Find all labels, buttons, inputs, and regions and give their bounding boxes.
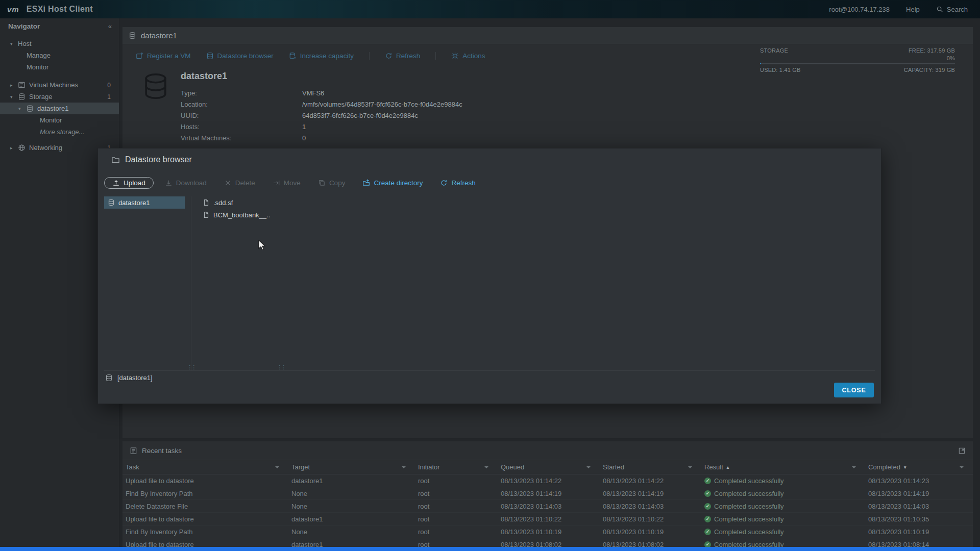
- task-row[interactable]: Upload file to datastore datastore1 root…: [122, 513, 973, 525]
- storage-used: USED: 1.41 GB: [760, 67, 801, 73]
- column-label: Task: [126, 463, 139, 471]
- cell-result: Completed successfully: [701, 528, 865, 536]
- column-divider: [281, 196, 281, 370]
- tasks-icon: [130, 447, 137, 455]
- task-row[interactable]: Upload file to datastore datastore1 root…: [122, 538, 973, 547]
- file-icon: [203, 199, 210, 206]
- filter-caret-icon[interactable]: [960, 466, 964, 468]
- copy-icon: [318, 179, 326, 187]
- column-header-initiator[interactable]: Initiator: [415, 460, 498, 474]
- filter-caret-icon[interactable]: [402, 466, 406, 468]
- move-icon: [273, 179, 280, 187]
- filter-caret-icon[interactable]: [484, 466, 488, 468]
- file-item-label: .sdd.sf: [213, 199, 233, 207]
- chevron-down-icon[interactable]: [18, 106, 26, 111]
- datastore-browser-button[interactable]: Datastore browser: [206, 52, 274, 60]
- register-vm-icon: [136, 52, 143, 60]
- button-label: Datastore browser: [217, 52, 274, 60]
- cell-initiator: root: [415, 541, 498, 547]
- collapse-sidebar-icon[interactable]: [108, 22, 112, 30]
- sidebar-item-host[interactable]: Host: [0, 38, 119, 49]
- refresh-button[interactable]: Refresh: [434, 177, 481, 189]
- filter-caret-icon[interactable]: [852, 466, 856, 468]
- sidebar-item-datastore1[interactable]: datastore1: [0, 103, 119, 114]
- chevron-right-icon[interactable]: [10, 83, 18, 88]
- sidebar-item-label: Networking: [29, 144, 62, 152]
- column-label: Completed: [868, 463, 900, 471]
- success-icon: [704, 516, 711, 522]
- task-row[interactable]: Find By Inventory Path None root 08/13/2…: [122, 487, 973, 500]
- button-label: Increase capacity: [300, 52, 354, 60]
- cell-target: None: [288, 528, 415, 536]
- chevron-down-icon[interactable]: [10, 94, 18, 99]
- result-text: Completed successfully: [714, 528, 784, 536]
- help-link[interactable]: Help: [906, 6, 920, 13]
- cell-task: Delete Datastore File: [122, 503, 288, 510]
- refresh-icon: [440, 179, 448, 187]
- cell-started: 08/13/2023 01:10:19: [600, 528, 701, 536]
- datastore-item-label: datastore1: [118, 199, 150, 207]
- filter-caret-icon[interactable]: [688, 466, 692, 468]
- cell-result: Completed successfully: [701, 541, 865, 547]
- sidebar-item-storage[interactable]: Storage 1: [0, 91, 119, 103]
- sidebar-item-monitor[interactable]: Monitor: [0, 61, 119, 73]
- cell-started: 08/13/2023 01:14:03: [600, 503, 701, 510]
- column-header-result[interactable]: Result▲: [701, 460, 865, 474]
- storage-capacity: CAPACITY: 319 GB: [904, 67, 955, 73]
- chevron-down-icon[interactable]: [10, 41, 18, 46]
- sidebar-item-manage[interactable]: Manage: [0, 49, 119, 61]
- increase-capacity-button[interactable]: Increase capacity: [289, 52, 354, 60]
- cell-initiator: root: [415, 490, 498, 497]
- sidebar-item-more-storage[interactable]: More storage...: [0, 126, 119, 138]
- refresh-button[interactable]: Refresh: [385, 52, 420, 60]
- task-row[interactable]: Upload file to datastore datastore1 root…: [122, 474, 973, 487]
- detail-label: Type:: [181, 88, 302, 99]
- sidebar-item-label: Virtual Machines: [29, 81, 78, 89]
- button-label: Register a VM: [147, 52, 191, 60]
- chevron-right-icon[interactable]: [10, 145, 18, 151]
- refresh-icon: [385, 52, 393, 60]
- register-vm-button[interactable]: Register a VM: [136, 52, 191, 60]
- datastore-list-item[interactable]: datastore1: [104, 196, 185, 209]
- download-button: Download: [159, 177, 213, 189]
- column-resize-handle[interactable]: [277, 364, 285, 370]
- increase-capacity-icon: [289, 52, 297, 60]
- cell-completed: 08/13/2023 01:14:03: [865, 503, 973, 510]
- column-label: Started: [603, 463, 624, 471]
- file-item[interactable]: BCM_bootbank__..: [199, 209, 277, 221]
- cell-queued: 08/13/2023 01:08:02: [498, 541, 600, 547]
- upload-button[interactable]: Upload: [104, 177, 154, 189]
- datastore-name: datastore1: [181, 71, 462, 82]
- navigator-title: Navigator: [8, 22, 40, 30]
- create-directory-button[interactable]: Create directory: [356, 177, 429, 189]
- column-header-started[interactable]: Started: [600, 460, 701, 474]
- storage-progress-fill: [760, 63, 761, 64]
- search-icon: [936, 6, 943, 13]
- filter-caret-icon[interactable]: [275, 466, 279, 468]
- detail-label: UUID:: [181, 110, 302, 121]
- sidebar-item-datastore-monitor[interactable]: Monitor: [0, 114, 119, 126]
- datastore-browser-icon: [206, 52, 214, 60]
- column-header-target[interactable]: Target: [288, 460, 415, 474]
- column-resize-handle[interactable]: [187, 364, 195, 370]
- task-row[interactable]: Delete Datastore File None root 08/13/20…: [122, 500, 973, 513]
- column-header-completed[interactable]: Completed▼: [865, 460, 973, 474]
- sidebar-item-virtual-machines[interactable]: Virtual Machines 0: [0, 79, 119, 91]
- storage-progress-bar: [760, 63, 955, 64]
- file-item[interactable]: .sdd.sf: [199, 196, 277, 209]
- cell-started: 08/13/2023 01:10:22: [600, 515, 701, 523]
- file-column: .sdd.sf BCM_bootbank__..: [199, 196, 277, 221]
- file-item-label: BCM_bootbank__..: [213, 211, 270, 219]
- result-text: Completed successfully: [714, 515, 784, 523]
- cell-queued: 08/13/2023 01:14:22: [498, 477, 600, 485]
- column-header-task[interactable]: Task: [122, 460, 288, 474]
- expand-panel-icon[interactable]: [958, 447, 966, 455]
- close-button[interactable]: CLOSE: [834, 383, 874, 397]
- search[interactable]: Search: [936, 6, 968, 13]
- actions-button[interactable]: Actions: [451, 52, 485, 60]
- user-menu[interactable]: root@100.74.17.238: [829, 6, 890, 13]
- column-header-queued[interactable]: Queued: [498, 460, 600, 474]
- filter-caret-icon[interactable]: [586, 466, 591, 468]
- task-row[interactable]: Find By Inventory Path None root 08/13/2…: [122, 525, 973, 538]
- success-icon: [704, 503, 711, 510]
